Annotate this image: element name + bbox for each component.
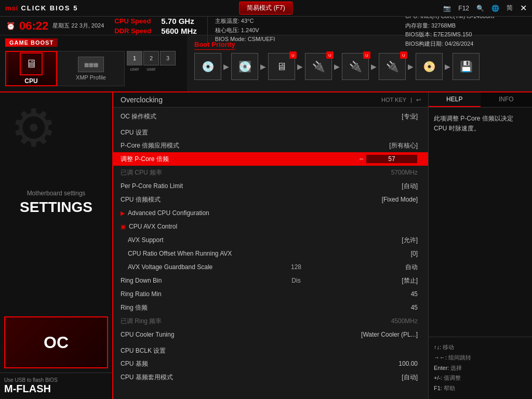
boot-device-usb1[interactable]: 🖥 U [268, 53, 295, 80]
per-pcore-row[interactable]: Per P-Core Ratio Limit [自动] [113, 179, 428, 193]
search-icon[interactable]: 🔍 [476, 5, 484, 12]
pcore-ratio-input[interactable] [366, 154, 418, 164]
usb3-icon: 🔌 [349, 60, 362, 73]
avx-control-row[interactable]: ▣ CPU AVX Control [113, 220, 428, 233]
profile-btn-2[interactable]: 2 [143, 51, 159, 65]
cpu-freq-row: 已调 CPU 频率 5700MHz [113, 166, 428, 179]
pcore-mode-key: P-Core 倍频应用模式 [121, 141, 317, 150]
avx-voltage-val: 自动 [317, 263, 421, 272]
boot-priority-section: Boot Priority 💿 ▶ 💽 ▶ 🖥 U ▶ 🔌 U ▶ 🔌 U [187, 35, 532, 91]
cpu-freq-val: 5700MHz [317, 169, 421, 176]
settings-main-label: SETTINGS [20, 199, 92, 216]
xmp-tab[interactable]: ▦▦▦ XMP Profile [57, 51, 125, 86]
avx-toggle: ▣ [121, 223, 126, 230]
cpu-base-val: 100.00 [317, 360, 421, 367]
center-content: Overclocking HOT KEY | ↩ OC 操作模式 [专业] CP… [113, 92, 428, 399]
avx-support-row[interactable]: AVX Support [允许] [113, 233, 428, 247]
cooler-tuning-row[interactable]: CPU Cooler Tuning [Water Cooler (PL...] [113, 328, 428, 341]
cpu-mult-key: CPU 倍频模式 [121, 195, 317, 204]
ring-down-key: Ring Down Bin [121, 277, 275, 284]
memory-size: 内存容量: 32768MB [405, 21, 526, 31]
language-label[interactable]: 简 [507, 4, 513, 12]
oc-section[interactable]: OC [4, 316, 108, 368]
pcore-mode-row[interactable]: P-Core 倍频应用模式 [所有核心] [113, 139, 428, 152]
profile-numbers: 1 2 3 user user [127, 51, 176, 86]
cpu-mult-row[interactable]: CPU 倍频模式 [Fixed Mode] [113, 193, 428, 206]
mb-temp: 主板温度: 43°C [215, 17, 275, 26]
cpu-base-mode-row[interactable]: CPU 基频套用模式 [自动] [113, 370, 428, 384]
avx-offset-key: CPU Ratio Offset When Running AVX [128, 250, 317, 257]
oc-title: Overclocking [121, 96, 163, 104]
top-bar: msi CLICK BIOS 5 简易模式 (F7) 📷 F12 🔍 🌐 简 ✕ [0, 0, 532, 17]
boot-priority-title: Boot Priority [194, 41, 235, 50]
cpu-base-row[interactable]: CPU 基频 100.00 [113, 357, 428, 370]
cpu-base-key: CPU 基频 [121, 360, 317, 368]
ddr-speed-val: 5600 MHz [161, 26, 196, 35]
f12-label[interactable]: F12 [458, 5, 469, 12]
adv-cpu-arrow: ▶ [121, 210, 125, 217]
clock-icon: ⏰ [6, 22, 15, 30]
avx-offset-val: [0] [317, 250, 421, 257]
screenshot-icon[interactable]: 📷 [443, 5, 451, 12]
xmp-icon: ▦▦▦ [78, 57, 104, 72]
boot-devices: 💿 ▶ 💽 ▶ 🖥 U ▶ 🔌 U ▶ 🔌 U ▶ 🔌 [194, 53, 525, 80]
ddr-speed-label: DDR Speed [114, 27, 156, 35]
ring-mult-row[interactable]: Ring 倍频 45 [113, 301, 428, 314]
oc-table[interactable]: OC 操作模式 [专业] CPU 设置 P-Core 倍频应用模式 [所有核心]… [113, 108, 428, 399]
easy-mode-button[interactable]: 简易模式 (F7) [239, 2, 292, 15]
tab-help[interactable]: HELP [429, 92, 481, 107]
left-sidebar: ⚙ Motherboard settings SETTINGS OC Use U… [0, 92, 113, 399]
time-display: 06:22 [19, 19, 48, 33]
per-pcore-val: [自动] [317, 182, 421, 191]
boot-device-cd[interactable]: 💿 [194, 53, 221, 80]
cooler-tuning-val: [Water Cooler (PL...] [317, 331, 421, 338]
pcore-ratio-val-box: ✏ [317, 154, 421, 164]
boot-arrow-2: ▶ [260, 62, 266, 71]
adv-cpu-row[interactable]: ▶ Advanced CPU Configuration [113, 206, 428, 220]
mflash-sublabel: Use USB to flash BIOS [4, 377, 108, 383]
ring-down-row[interactable]: Ring Down Bin Dis [禁止] [113, 274, 428, 287]
ring-ratio-min-key: Ring Ratio Min [121, 290, 317, 298]
tab-info[interactable]: INFO [481, 92, 533, 107]
avx-support-key: AVX Support [128, 236, 317, 244]
info-bar: ⏰ 06:22 星期五 22 3月, 2024 CPU Speed 5.70 G… [0, 17, 532, 35]
cooler-tuning-key: CPU Cooler Tuning [121, 331, 317, 338]
cpu-section-header: CPU 设置 [113, 125, 428, 139]
ring-down-val: [禁止] [317, 276, 421, 285]
ring-mult-val: 45 [317, 304, 421, 311]
boot-device-usb4[interactable]: 🔌 U [379, 53, 406, 80]
profile-btn-3[interactable]: 3 [160, 51, 176, 65]
ring-ratio-min-row[interactable]: Ring Ratio Min 45 [113, 287, 428, 301]
mflash-section[interactable]: Use USB to flash BIOS M-FLASH [0, 373, 112, 399]
top-center-controls: 简易模式 (F7) [239, 2, 292, 15]
main-area: ⚙ Motherboard settings SETTINGS OC Use U… [0, 92, 532, 399]
divider: | [410, 97, 412, 103]
boot-device-usb3[interactable]: 🔌 U [342, 53, 369, 80]
pcore-ratio-row[interactable]: 调整 P-Core 倍频 ✏ [113, 152, 428, 166]
nav-hint-plusminus: +/-: 值调整 [434, 373, 527, 383]
avx-voltage-row[interactable]: AVX Voltage Guardband Scale 128 自动 [113, 260, 428, 274]
boot-device-dvd[interactable]: 📀 [416, 53, 443, 80]
boot-device-usb2[interactable]: 🔌 U [305, 53, 332, 80]
cpu-tab[interactable]: 🖥 CPU [5, 51, 57, 86]
help-content: 此项调整 P-Core 倍频以决定 CPU 时脉速度。 [429, 108, 532, 337]
close-button[interactable]: ✕ [520, 3, 527, 13]
boot-device-floppy[interactable]: 💾 [453, 53, 480, 80]
back-icon[interactable]: ↩ [416, 97, 421, 103]
right-panel: HELP INFO 此项调整 P-Core 倍频以决定 CPU 时脉速度。 ↑↓… [428, 92, 532, 399]
oc-label: OC [44, 333, 69, 352]
settings-section: ⚙ Motherboard settings SETTINGS [0, 92, 112, 312]
ring-ratio-min-val: 45 [317, 290, 421, 298]
avx-offset-row[interactable]: CPU Ratio Offset When Running AVX [0] [113, 247, 428, 260]
profile-btn-1[interactable]: 1 [127, 51, 142, 65]
oc-mode-row[interactable]: OC 操作模式 [专业] [113, 110, 428, 123]
top-right-controls: 📷 F12 🔍 🌐 简 ✕ [443, 3, 527, 13]
cpu-base-mode-key: CPU 基频套用模式 [121, 373, 317, 382]
settings-sublabel: Motherboard settings [27, 190, 86, 197]
network-icon[interactable]: 🌐 [491, 5, 499, 12]
usb2-badge: U [326, 51, 334, 59]
boot-device-hdd[interactable]: 💽 [231, 53, 258, 80]
usb4-icon: 🔌 [386, 60, 399, 73]
oc-mode-val: [专业] [317, 112, 421, 121]
profile-sub-1: user [127, 66, 142, 72]
